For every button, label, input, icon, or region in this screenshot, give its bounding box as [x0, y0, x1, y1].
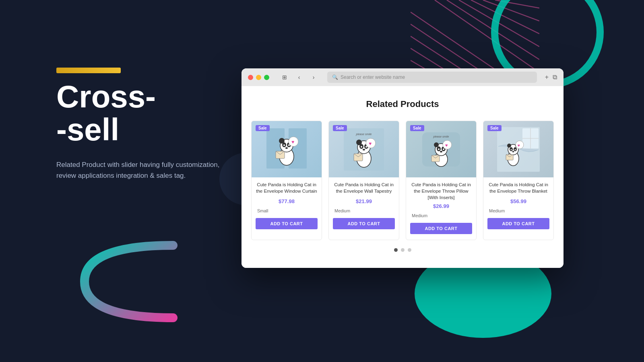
add-to-cart-btn-3[interactable]: ADD TO CART [410, 223, 472, 234]
svg-point-72 [512, 151, 514, 152]
svg-text:♥: ♥ [445, 143, 448, 148]
svg-text:♥: ♥ [518, 143, 520, 148]
sale-badge-1: Sale [256, 125, 270, 131]
product-price-4: $56.99 [487, 198, 549, 204]
product-card-4: Sale [483, 121, 554, 240]
slider-dot-1[interactable] [394, 248, 398, 252]
svg-text:♥: ♥ [291, 139, 294, 145]
sale-badge-3: Sale [410, 125, 424, 131]
svg-point-53 [443, 148, 444, 150]
product-card-3: Sale please smile [406, 121, 477, 240]
svg-point-52 [438, 148, 440, 150]
product-price-3: $26.99 [410, 203, 472, 209]
product-info-4: Cute Panda is Holding Cat in the Envelop… [483, 177, 553, 235]
product-name-4: Cute Panda is Holding Cat in the Envelop… [487, 181, 549, 196]
svg-line-2 [459, 0, 539, 47]
product-variant-3: Medium [410, 213, 472, 218]
svg-text:♥: ♥ [369, 141, 372, 146]
svg-point-36 [361, 146, 362, 148]
left-content-area: Cross- -sell Related Product with slider… [56, 80, 225, 181]
svg-point-66 [507, 144, 511, 148]
back-button[interactable]: ‹ [293, 72, 305, 83]
product-variant-1: Small [256, 208, 318, 213]
copy-button[interactable]: ⧉ [553, 74, 557, 81]
browser-actions: + ⧉ [545, 74, 557, 81]
svg-text:please smile: please smile [433, 135, 449, 138]
slider-dot-3[interactable] [408, 248, 411, 252]
address-bar[interactable]: 🔍 Search or enter website name [327, 72, 537, 83]
browser-window: ⊞ ‹ › 🔍 Search or enter website name + ⧉… [242, 68, 564, 268]
add-to-cart-btn-1[interactable]: ADD TO CART [256, 218, 318, 229]
dot-green[interactable] [264, 75, 269, 80]
slider-dots [251, 248, 554, 252]
browser-dots [248, 75, 269, 80]
slider-dot-2[interactable] [401, 248, 405, 252]
dot-red[interactable] [248, 75, 253, 80]
add-to-cart-btn-4[interactable]: ADD TO CART [487, 218, 549, 229]
address-text: Search or enter website name [341, 74, 405, 80]
svg-line-4 [483, 0, 539, 21]
dot-yellow[interactable] [256, 75, 261, 80]
yellow-bar-decoration [56, 68, 121, 73]
subtitle-text: Related Product with slider having fully… [56, 159, 225, 181]
svg-point-48 [434, 142, 439, 147]
sale-badge-4: Sale [487, 125, 502, 131]
product-variant-2: Medium [333, 208, 395, 213]
new-tab-button[interactable]: + [545, 74, 549, 81]
sale-badge-2: Sale [333, 125, 347, 131]
svg-point-22 [285, 147, 288, 149]
browser-titlebar: ⊞ ‹ › 🔍 Search or enter website name + ⧉ [242, 68, 564, 86]
product-price-1: $77.98 [256, 198, 318, 204]
product-name-2: Cute Panda is Holding Cat in the Envelop… [333, 181, 395, 196]
svg-point-20 [283, 144, 285, 146]
product-card-1: Sale [251, 121, 322, 240]
product-card-2: Sale please smile [328, 121, 399, 240]
product-info-3: Cute Panda is Holding Cat in the Envelop… [406, 177, 476, 240]
svg-point-38 [363, 149, 365, 150]
product-name-1: Cute Panda is Holding Cat in the Envelop… [256, 181, 318, 196]
main-title: Cross- -sell [56, 80, 225, 146]
product-variant-4: Medium [487, 208, 549, 213]
svg-line-1 [447, 0, 539, 60]
add-to-cart-btn-2[interactable]: ADD TO CART [333, 218, 395, 229]
c-shape-decoration [60, 237, 181, 326]
svg-point-70 [511, 149, 512, 150]
browser-content: Related Products Sale [242, 86, 564, 268]
product-info-2: Cute Panda is Holding Cat in the Envelop… [329, 177, 399, 235]
forward-button[interactable]: › [308, 72, 319, 83]
grid-view-icon[interactable]: ⊞ [279, 72, 290, 83]
product-info-1: Cute Panda is Holding Cat in the Envelop… [252, 177, 322, 235]
svg-point-54 [440, 151, 442, 152]
product-name-3: Cute Panda is Holding Cat in the Envelop… [410, 181, 472, 201]
svg-point-71 [515, 149, 516, 150]
browser-controls: ⊞ ‹ › [279, 72, 319, 83]
svg-text:please smile: please smile [356, 133, 372, 136]
svg-line-0 [435, 0, 539, 72]
product-price-2: $21.99 [333, 198, 395, 204]
products-grid: Sale [251, 121, 554, 240]
section-title: Related Products [251, 99, 554, 109]
svg-line-5 [495, 0, 539, 8]
svg-line-3 [471, 0, 539, 34]
